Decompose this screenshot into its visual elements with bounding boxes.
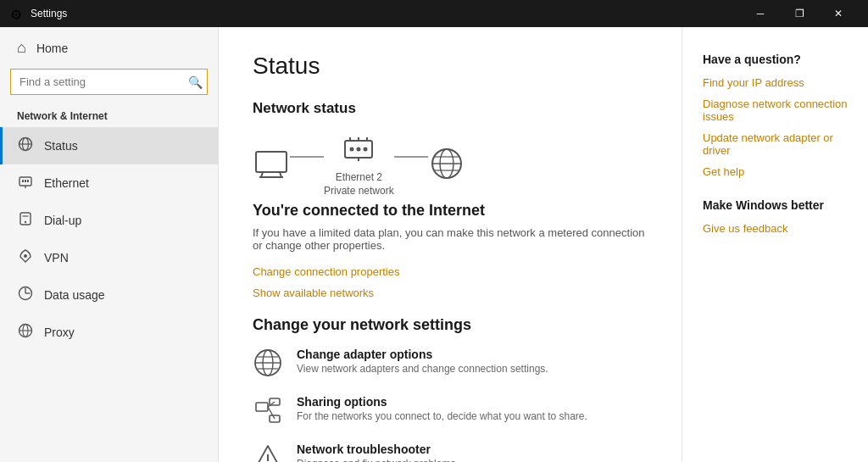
home-nav-item[interactable]: ⌂ Home (0, 27, 218, 69)
sharing-options-item[interactable]: Sharing options For the networks you con… (253, 395, 648, 426)
sidebar-item-data-usage[interactable]: Data usage (0, 276, 218, 314)
find-ip-link[interactable]: Find your IP address (703, 76, 804, 89)
titlebar-title: Settings (31, 8, 67, 19)
status-label: Status (44, 139, 78, 153)
connected-desc: If you have a limited data plan, you can… (253, 226, 648, 252)
sharing-options-title: Sharing options (297, 395, 587, 409)
adapter-options-item[interactable]: Change adapter options View network adap… (253, 348, 648, 378)
svg-point-27 (364, 148, 368, 152)
network-name-label: Ethernet 2 (324, 171, 394, 183)
svg-point-26 (357, 148, 361, 152)
search-input[interactable] (10, 69, 208, 95)
svg-rect-6 (25, 180, 26, 182)
sharing-icon (253, 395, 283, 426)
vpn-icon (17, 248, 34, 267)
home-icon: ⌂ (17, 39, 26, 57)
sidebar-item-dialup[interactable]: Dial-up (0, 202, 218, 239)
network-type-label: Private network (324, 185, 394, 197)
page-title: Status (253, 53, 648, 80)
ethernet-icon (17, 174, 34, 192)
sharing-options-text: Sharing options For the networks you con… (297, 395, 587, 422)
troubleshooter-title: Network troubleshooter (297, 443, 459, 456)
sidebar-item-vpn[interactable]: VPN (0, 239, 218, 276)
update-adapter-link[interactable]: Update network adapter or driver (703, 131, 848, 157)
adapter-options-title: Change adapter options (297, 348, 548, 361)
make-better-section: Make Windows better Give us feedback (703, 198, 848, 235)
data-usage-label: Data usage (44, 288, 105, 302)
sidebar: ⌂ Home 🔍 Network & Internet Status (0, 27, 219, 462)
adapter-options-desc: View network adapters and change connect… (297, 363, 548, 375)
proxy-label: Proxy (44, 326, 75, 339)
ethernet-label: Ethernet (44, 176, 89, 190)
adapter-options-text: Change adapter options View network adap… (297, 348, 548, 375)
svg-rect-7 (27, 180, 29, 182)
sidebar-section-title: Network & Internet (0, 102, 218, 127)
troubleshooter-text: Network troubleshooter Diagnose and fix … (297, 443, 459, 462)
search-icon-button[interactable]: 🔍 (188, 75, 203, 89)
line2 (394, 156, 428, 158)
get-help-link[interactable]: Get help (703, 165, 744, 178)
show-networks-link[interactable]: Show available networks (253, 287, 374, 299)
proxy-icon (17, 323, 34, 342)
svg-point-11 (24, 254, 27, 258)
dialup-label: Dial-up (44, 214, 81, 227)
make-better-heading: Make Windows better (703, 198, 848, 212)
status-icon (17, 136, 34, 155)
feedback-link[interactable]: Give us feedback (703, 222, 787, 235)
svg-point-9 (25, 221, 26, 223)
svg-point-25 (350, 148, 354, 152)
computer-icon (253, 148, 290, 182)
troubleshooter-icon (253, 443, 283, 462)
minimize-button[interactable]: ─ (741, 0, 780, 27)
titlebar-left: ⚙ Settings (10, 7, 67, 20)
globe-icon (428, 145, 465, 186)
sidebar-item-status[interactable]: Status (0, 127, 218, 164)
sidebar-item-ethernet[interactable]: Ethernet (0, 164, 218, 202)
content-area: Status Network status (219, 27, 682, 462)
have-question-heading: Have a question? (703, 53, 848, 66)
troubleshooter-item[interactable]: Network troubleshooter Diagnose and fix … (253, 443, 648, 462)
diagnose-link[interactable]: Diagnose network connection issues (703, 97, 848, 123)
vpn-label: VPN (44, 251, 69, 264)
sharing-options-desc: For the networks you connect to, decide … (297, 410, 587, 422)
svg-rect-38 (256, 403, 268, 411)
home-label: Home (36, 42, 68, 55)
search-box: 🔍 (10, 69, 208, 95)
connected-heading: You're connected to the Internet (253, 202, 648, 220)
sidebar-item-proxy[interactable]: Proxy (0, 314, 218, 351)
line1 (290, 156, 324, 158)
svg-rect-16 (256, 152, 287, 172)
close-button[interactable]: ✕ (819, 0, 858, 27)
right-panel: Have a question? Find your IP address Di… (682, 27, 868, 462)
restore-button[interactable]: ❐ (780, 0, 819, 27)
settings-icon: ⚙ (10, 7, 24, 20)
network-status-heading: Network status (253, 100, 648, 117)
troubleshooter-desc: Diagnose and fix network problems. (297, 458, 459, 462)
change-settings-heading: Change your network settings (253, 316, 648, 334)
data-usage-icon (17, 286, 34, 304)
dialup-icon (17, 211, 34, 230)
main-container: ⌂ Home 🔍 Network & Internet Status (0, 27, 868, 462)
adapter-icon (253, 348, 283, 378)
change-connection-link[interactable]: Change connection properties (253, 265, 399, 278)
titlebar: ⚙ Settings ─ ❐ ✕ (0, 0, 868, 27)
svg-rect-5 (22, 180, 24, 182)
router-icon: Ethernet 2 Private network (324, 134, 394, 197)
network-diagram: Ethernet 2 Private network (253, 134, 648, 197)
titlebar-controls: ─ ❐ ✕ (741, 0, 858, 27)
